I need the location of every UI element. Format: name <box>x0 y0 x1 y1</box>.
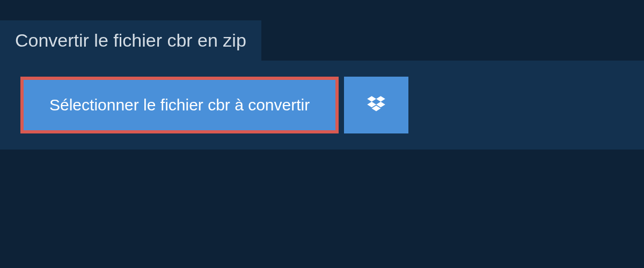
upload-panel: Sélectionner le fichier cbr à convertir <box>0 61 644 150</box>
dropbox-icon <box>365 94 387 116</box>
dropbox-button[interactable] <box>344 77 408 133</box>
select-file-label: Sélectionner le fichier cbr à convertir <box>49 96 310 114</box>
button-row: Sélectionner le fichier cbr à convertir <box>20 77 624 133</box>
select-file-button[interactable]: Sélectionner le fichier cbr à convertir <box>20 77 339 133</box>
page-title: Convertir le fichier cbr en zip <box>15 30 246 50</box>
tab-header: Convertir le fichier cbr en zip <box>0 20 261 61</box>
